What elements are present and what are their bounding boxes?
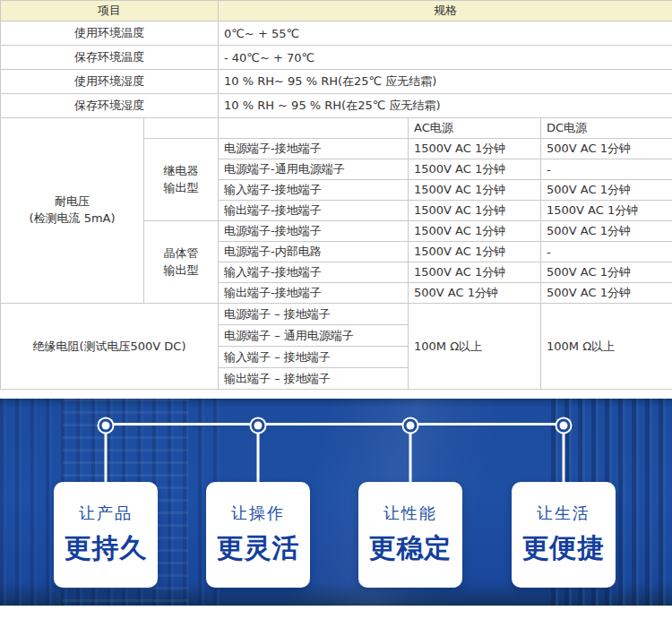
promo-card-flexibility: 让操作 更灵活 — [206, 482, 310, 588]
promo-card-convenience: 让生活 更便捷 — [512, 482, 616, 588]
withstand-header-row: 耐电压 (检测电流 5mA) AC电源 DC电源 — [1, 118, 672, 139]
withstand-empty-group-cell — [144, 118, 219, 139]
group-transistor-label: 晶体管 输出型 — [144, 221, 219, 304]
card-title: 更持久 — [54, 530, 158, 567]
group-name-line: 继电器 — [150, 163, 212, 180]
promo-card-durability: 让产品 更持久 — [54, 482, 158, 588]
timeline-connector-4 — [563, 425, 565, 484]
terminal-cell: 输入端子-接地端子 — [219, 262, 409, 283]
timeline-node-icon-4 — [560, 422, 568, 430]
row-label: 保存环境湿度 — [1, 94, 219, 118]
card-subtitle: 让生活 — [512, 503, 616, 524]
card-title: 更稳定 — [358, 530, 462, 567]
dc-value-cell: 500V AC 1分钟 — [541, 180, 672, 201]
ac-value-cell: 1500V AC 1分钟 — [409, 262, 541, 283]
terminal-cell: 输出端子-接地端子 — [219, 283, 409, 304]
ac-value-cell: 500V AC 1分钟 — [409, 283, 541, 304]
row-label: 使用环境温度 — [1, 21, 219, 46]
withstand-label-line2: (检测电流 5mA) — [6, 211, 138, 228]
withstand-label-line1: 耐电压 — [6, 193, 138, 211]
terminal-cell: 电源端子 – 通用电源端子 — [219, 325, 409, 347]
terminal-cell: 电源端子-接地端子 — [219, 221, 409, 242]
terminal-cell: 输入端子-接地端子 — [219, 180, 409, 201]
row-value: 0℃~ + 55℃ — [219, 21, 672, 46]
timeline-node-icon-2 — [254, 422, 263, 430]
timeline-node-icon-3 — [407, 422, 415, 430]
ac-value-cell: 1500V AC 1分钟 — [409, 159, 541, 180]
withstand-label: 耐电压 (检测电流 5mA) — [1, 118, 144, 304]
terminal-cell: 电源端子-通用电源端子 — [219, 159, 409, 180]
terminal-cell: 电源端子 – 接地端子 — [219, 304, 409, 325]
card-subtitle: 让性能 — [358, 503, 462, 524]
ac-value-cell: 1500V AC 1分钟 — [409, 180, 541, 201]
dc-value-cell: 500V AC 1分钟 — [541, 262, 672, 283]
ac-value-cell: 1500V AC 1分钟 — [409, 139, 541, 159]
group-name-line: 晶体管 — [150, 245, 212, 262]
row-value: 10 % RH~ 95 % RH(在25℃ 应无结霜) — [219, 70, 672, 94]
card-subtitle: 让操作 — [206, 503, 310, 524]
dc-value-cell: 1500V AC 1分钟 — [541, 201, 672, 221]
insulation-label: 绝缘电阻(测试电压500V DC) — [1, 304, 219, 390]
spec-table: 项目 规格 使用环境温度 0℃~ + 55℃ 保存环境温度 - 40℃~ + 7… — [0, 0, 672, 390]
timeline-connector-1 — [105, 425, 108, 484]
card-subtitle: 让产品 — [54, 503, 158, 524]
group-name-line: 输出型 — [150, 262, 212, 279]
dc-value-cell: - — [541, 242, 672, 262]
table-header-row: 项目 规格 — [1, 1, 672, 21]
env-row: 使用环境湿度 10 % RH~ 95 % RH(在25℃ 应无结霜) — [1, 70, 672, 94]
insulation-row: 绝缘电阻(测试电压500V DC) 电源端子 – 接地端子 100M Ω以上 1… — [1, 304, 672, 325]
row-value: 10 % RH ~ 95 % RH(在25℃ 应无结霜) — [219, 94, 672, 118]
card-title: 更便捷 — [512, 530, 616, 567]
ac-value-cell: 1500V AC 1分钟 — [409, 242, 541, 262]
timeline-horizontal-line — [106, 423, 564, 426]
terminal-cell: 输出端子 – 接地端子 — [219, 368, 409, 390]
promo-card-stability: 让性能 更稳定 — [358, 482, 462, 588]
insulation-ac-value: 100M Ω以上 — [409, 304, 541, 390]
col-header-ac: AC电源 — [409, 118, 541, 139]
dc-value-cell: - — [541, 159, 672, 180]
env-row: 保存环境温度 - 40℃~ + 70℃ — [1, 46, 672, 70]
promo-banner: 让产品 更持久 让操作 更灵活 让性能 更稳定 让生活 更便捷 — [0, 399, 672, 606]
ac-value-cell: 1500V AC 1分钟 — [409, 221, 541, 242]
terminal-cell: 输出端子-接地端子 — [219, 201, 409, 221]
row-label: 保存环境温度 — [1, 46, 219, 70]
ac-value-cell: 1500V AC 1分钟 — [409, 201, 541, 221]
header-spec: 规格 — [219, 1, 672, 21]
terminal-cell: 输入端子 – 接地端子 — [219, 347, 409, 368]
row-value: - 40℃~ + 70℃ — [219, 46, 672, 70]
timeline-node-icon-1 — [102, 422, 110, 430]
group-relay-label: 继电器 输出型 — [144, 139, 219, 221]
dc-value-cell: 500V AC 1分钟 — [541, 139, 672, 159]
terminal-cell: 电源端子-内部电路 — [219, 242, 409, 262]
row-label: 使用环境湿度 — [1, 70, 219, 94]
group-name-line: 输出型 — [150, 180, 212, 197]
card-title: 更灵活 — [206, 530, 310, 567]
terminal-cell: 电源端子-接地端子 — [219, 139, 409, 159]
col-header-dc: DC电源 — [541, 118, 672, 139]
timeline-connector-3 — [409, 425, 412, 484]
dc-value-cell: 500V AC 1分钟 — [541, 283, 672, 304]
header-item: 项目 — [1, 1, 219, 21]
dc-value-cell: 500V AC 1分钟 — [541, 221, 672, 242]
withstand-empty-terminal-cell — [219, 118, 409, 139]
env-row: 保存环境湿度 10 % RH ~ 95 % RH(在25℃ 应无结霜) — [1, 94, 672, 118]
timeline-connector-2 — [257, 425, 260, 484]
insulation-dc-value: 100M Ω以上 — [541, 304, 672, 390]
env-row: 使用环境温度 0℃~ + 55℃ — [1, 21, 672, 46]
